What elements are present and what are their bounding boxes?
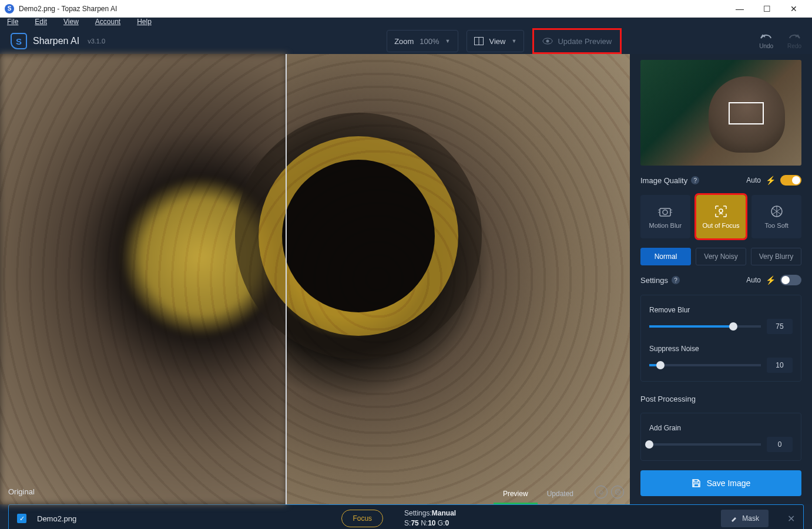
save-icon [692, 479, 701, 488]
footer: ✓ Demo2.png Focus Settings:Manual S:75 N… [0, 504, 812, 529]
add-grain-value[interactable]: 0 [767, 437, 793, 452]
brand: S Sharpen AI v3.1.0 [11, 33, 105, 49]
navigator-viewport[interactable] [729, 102, 764, 124]
image-quality-label: Image Quality [640, 176, 687, 185]
post-processing-label: Post Processing [640, 395, 801, 403]
bolt-icon: ⚡ [766, 176, 776, 185]
redo-button[interactable]: Redo [787, 33, 801, 49]
tab-preview[interactable]: Preview [494, 485, 538, 504]
save-image-button[interactable]: Save Image [640, 470, 801, 496]
split-view-icon [474, 37, 484, 45]
window-maximize-button[interactable]: ☐ [753, 0, 780, 18]
zoom-control[interactable]: Zoom 100% ▼ [387, 30, 458, 52]
svg-point-3 [546, 40, 549, 43]
settings-label: Settings [640, 276, 668, 285]
brush-icon [730, 515, 737, 522]
mode-out-of-focus[interactable]: Out of Focus [696, 195, 746, 238]
menu-file[interactable]: File [7, 18, 18, 28]
update-preview-button[interactable]: Update Preview [532, 28, 622, 54]
navigator-thumbnail[interactable] [640, 60, 801, 166]
help-icon[interactable]: ? [691, 176, 699, 184]
tab-updated[interactable]: Updated [538, 485, 583, 504]
auto-label: Auto [746, 176, 761, 184]
brand-name: Sharpen AI [33, 36, 79, 46]
menu-edit[interactable]: Edit [35, 18, 47, 28]
file-meta: Settings:Manual S:75 N:10 G:0 [404, 508, 456, 528]
submode-normal[interactable]: Normal [640, 248, 691, 265]
suppress-noise-label: Suppress Noise [649, 345, 793, 353]
mode-motion-blur[interactable]: Motion Blur [640, 195, 690, 238]
suppress-noise-value[interactable]: 10 [767, 358, 793, 373]
submode-very-blurry[interactable]: Very Blurry [751, 248, 801, 265]
undo-icon [760, 33, 772, 43]
menu-help[interactable]: Help [137, 18, 152, 28]
image-quality-auto-toggle[interactable] [780, 175, 801, 186]
suppress-noise-slider[interactable] [649, 364, 761, 366]
update-preview-label: Update Preview [558, 37, 612, 46]
zoom-value: 100% [420, 37, 439, 46]
chevron-down-icon: ▼ [445, 38, 451, 44]
remove-blur-slider[interactable] [649, 325, 761, 328]
lens-icon [770, 204, 784, 218]
zoom-label: Zoom [394, 37, 414, 46]
settings-auto-toggle[interactable] [780, 275, 801, 285]
focus-pill[interactable]: Focus [341, 510, 383, 527]
remove-blur-label: Remove Blur [649, 306, 793, 314]
window-title: Demo2.png - Topaz Sharpen AI [19, 5, 726, 13]
brand-version: v3.1.0 [88, 38, 105, 45]
submode-very-noisy[interactable]: Very Noisy [696, 248, 746, 265]
file-name: Demo2.png [37, 514, 76, 523]
eye-icon [542, 38, 553, 45]
file-close-icon[interactable]: ✕ [787, 513, 795, 524]
svg-point-6 [719, 209, 723, 213]
camera-icon [658, 204, 672, 218]
file-strip[interactable]: ✓ Demo2.png Focus Settings:Manual S:75 N… [8, 504, 804, 529]
help-icon[interactable]: ? [672, 276, 680, 284]
menu-account[interactable]: Account [95, 18, 120, 28]
feedback-sad-icon[interactable]: ☹ [611, 486, 624, 498]
brand-icon: S [11, 33, 27, 49]
file-checkbox[interactable]: ✓ [17, 514, 26, 523]
view-label: View [489, 37, 506, 46]
menu-view[interactable]: View [63, 18, 79, 28]
svg-point-5 [663, 210, 667, 215]
add-grain-label: Add Grain [649, 424, 793, 432]
settings-auto-label: Auto [746, 276, 761, 284]
window-minimize-button[interactable]: — [726, 0, 753, 18]
add-grain-slider[interactable] [649, 443, 761, 446]
bolt-icon: ⚡ [766, 275, 776, 285]
original-label: Original [8, 487, 35, 496]
view-control[interactable]: View ▼ [467, 30, 525, 52]
menu-bar: File Edit View Account Help [0, 18, 812, 28]
remove-blur-value[interactable]: 75 [767, 319, 793, 334]
chevron-down-icon: ▼ [511, 38, 516, 44]
toolbar: S Sharpen AI v3.1.0 Zoom 100% ▼ View ▼ U… [0, 28, 812, 54]
app-icon: S [5, 4, 14, 14]
sidebar: Image Quality ? Auto ⚡ Motion Blur Out o… [630, 54, 812, 504]
feedback-happy-icon[interactable]: ☺ [595, 486, 608, 498]
window-titlebar: S Demo2.png - Topaz Sharpen AI — ☐ ✕ [0, 0, 812, 18]
focus-icon [714, 204, 728, 218]
comparison-divider[interactable] [286, 54, 287, 504]
preview-canvas[interactable]: Original Preview Updated ☺ ☹ [0, 54, 630, 504]
window-close-button[interactable]: ✕ [780, 0, 807, 18]
mask-button[interactable]: Mask [721, 510, 769, 527]
undo-button[interactable]: Undo [759, 33, 773, 49]
redo-icon [788, 33, 800, 43]
mode-too-soft[interactable]: Too Soft [751, 195, 801, 238]
